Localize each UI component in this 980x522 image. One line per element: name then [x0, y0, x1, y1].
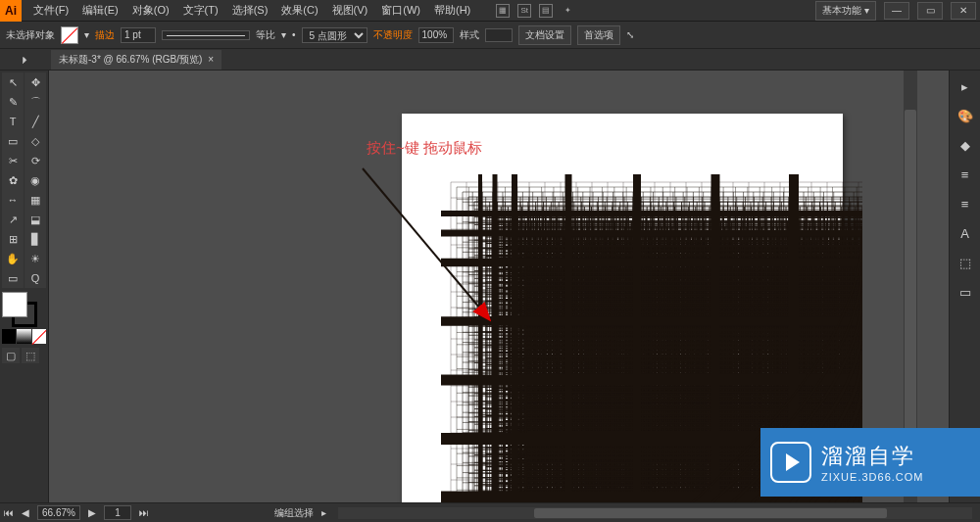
workspace-switcher[interactable]: 基本功能 ▾: [815, 1, 876, 21]
menubar: Ai 文件(F) 编辑(E) 对象(O) 文字(T) 选择(S) 效果(C) 视…: [0, 0, 980, 22]
menu-object[interactable]: 对象(O): [126, 0, 175, 21]
gradient-tool[interactable]: ⬓: [24, 210, 46, 229]
toolbox: ↖✥ ✎⌒ T╱ ▭◇ ✂⟳ ✿◉ ↔▦ ↗⬓ ⊞▊ ✋☀ ▭Q ▢ ⬚: [0, 71, 49, 502]
style-swatch[interactable]: [485, 28, 513, 42]
nav-next-icon[interactable]: ▶: [88, 507, 96, 518]
document-tab[interactable]: 未标题-3* @ 66.67% (RGB/预览) ×: [51, 50, 221, 70]
rectangle-tool[interactable]: ▭: [2, 131, 24, 151]
selection-tool[interactable]: ↖: [2, 72, 24, 92]
arrange-icon[interactable]: ▤: [539, 4, 553, 18]
screen-mode-full[interactable]: ⬚: [22, 348, 39, 363]
nav-prev-icon[interactable]: ◀: [22, 507, 29, 518]
play-icon: [786, 453, 800, 471]
tabbar-expand[interactable]: ⏵: [0, 50, 51, 70]
perspective-tool[interactable]: ▦: [24, 190, 46, 210]
menu-file[interactable]: 文件(F): [27, 0, 74, 21]
horizontal-scrollbar-thumb[interactable]: [534, 508, 887, 518]
curvature-tool[interactable]: ⌒: [24, 92, 46, 112]
color-none[interactable]: [32, 329, 46, 344]
control-bar: 未选择对象 ▾ 描边 等比 ▾ • 5 点圆形 不透明度 样式 文档设置 首选项…: [0, 22, 980, 49]
artboard-tool[interactable]: ✋: [2, 249, 24, 268]
document-tab-title: 未标题-3* @ 66.67% (RGB/预览): [59, 53, 202, 67]
chevron-down-icon[interactable]: ▾: [281, 29, 286, 40]
selection-label: 未选择对象: [6, 28, 55, 42]
annotation-arrow: [353, 159, 510, 335]
screen-mode-normal[interactable]: ▢: [2, 348, 20, 363]
uniform-label: 等比: [256, 28, 275, 42]
blend-tool[interactable]: ▊: [24, 229, 46, 249]
width-tool[interactable]: ✿: [2, 170, 24, 190]
stroke-label[interactable]: 描边: [95, 28, 115, 42]
color-black[interactable]: [2, 329, 16, 344]
nav-last-icon[interactable]: ⏭: [139, 507, 149, 518]
mesh-tool[interactable]: ↗: [2, 210, 24, 229]
zoom-tool[interactable]: Q: [24, 268, 46, 288]
menu-edit[interactable]: 编辑(E): [76, 0, 124, 21]
direct-selection-tool[interactable]: ✥: [24, 72, 46, 92]
stroke-weight-input[interactable]: [121, 27, 156, 43]
appearance-panel-icon[interactable]: ▭: [956, 282, 975, 302]
vertical-scrollbar-thumb[interactable]: [905, 110, 916, 462]
line-tool[interactable]: ╱: [24, 112, 46, 131]
shapebuilder-tool[interactable]: ◉: [24, 170, 46, 190]
document-setup-button[interactable]: 文档设置: [518, 25, 571, 45]
transparency-panel-icon[interactable]: ⬚: [956, 253, 975, 272]
free-transform-tool[interactable]: ↔: [2, 190, 24, 210]
style-label: 样式: [460, 28, 479, 42]
fill-indicator[interactable]: [2, 292, 27, 317]
hand-tool[interactable]: ▭: [2, 268, 24, 288]
app-logo: Ai: [0, 0, 22, 22]
layout-icon[interactable]: ▦: [496, 4, 510, 18]
chevron-right-icon: ▸: [321, 507, 326, 518]
artboard-index[interactable]: 1: [104, 505, 131, 520]
menu-items: 文件(F) 编辑(E) 对象(O) 文字(T) 选择(S) 效果(C) 视图(V…: [27, 0, 476, 21]
watermark-title: 溜溜自学: [821, 442, 923, 471]
menu-center-icons: ▦ St ▤ ✦: [496, 4, 574, 18]
rotate-tool[interactable]: ⟳: [24, 151, 46, 170]
selection-mode-label: 编组选择: [274, 506, 314, 520]
fill-swatch[interactable]: [61, 26, 78, 44]
nav-first-icon[interactable]: ⏮: [4, 507, 14, 518]
menu-effect[interactable]: 效果(C): [275, 0, 323, 21]
watermark-overlay: 溜溜自学 ZIXUE.3D66.COM: [760, 428, 980, 497]
status-bar: ⏮ ◀ 66.67% ▶ 1 ⏭ 编组选择 ▸: [0, 502, 980, 522]
opacity-input[interactable]: [418, 27, 454, 43]
menu-type[interactable]: 文字(T): [177, 0, 224, 21]
preferences-button[interactable]: 首选项: [577, 25, 620, 45]
shape-tool[interactable]: ◇: [24, 131, 46, 151]
window-minimize-button[interactable]: —: [884, 2, 909, 20]
window-close-button[interactable]: ✕: [951, 2, 976, 20]
sparkle-icon[interactable]: ✦: [561, 4, 574, 18]
scissors-tool[interactable]: ✂: [2, 151, 24, 170]
transform-icon[interactable]: ⤡: [626, 29, 634, 40]
character-panel-icon[interactable]: A: [956, 223, 975, 243]
st-icon[interactable]: St: [517, 4, 531, 18]
dash-profile-select[interactable]: 5 点圆形: [302, 27, 368, 43]
fill-stroke-indicator[interactable]: [2, 292, 41, 327]
menu-select[interactable]: 选择(S): [226, 0, 274, 21]
document-tabbar: ⏵ 未标题-3* @ 66.67% (RGB/预览) ×: [0, 49, 980, 71]
menu-view[interactable]: 视图(V): [326, 0, 374, 21]
color-panel-icon[interactable]: 🎨: [956, 106, 975, 125]
pen-tool[interactable]: ✎: [2, 92, 24, 112]
zoom-level[interactable]: 66.67%: [37, 505, 80, 520]
stroke-panel-icon[interactable]: ≡: [956, 165, 975, 184]
brushes-panel-icon[interactable]: ≡: [956, 194, 975, 214]
stroke-style-preview[interactable]: [162, 30, 250, 40]
swatches-panel-icon[interactable]: ◆: [956, 135, 975, 155]
close-tab-icon[interactable]: ×: [208, 54, 214, 65]
annotation-text: 按住~键 拖动鼠标: [367, 139, 482, 158]
expand-panels-icon[interactable]: ▸: [956, 76, 975, 96]
menubar-right: 基本功能 ▾ — ▭ ✕: [815, 1, 980, 21]
color-gradient[interactable]: [17, 329, 30, 344]
chevron-down-icon[interactable]: ▾: [84, 29, 89, 40]
slice-tool[interactable]: ☀: [24, 249, 46, 268]
window-restore-button[interactable]: ▭: [917, 2, 943, 20]
eyedropper-tool[interactable]: ⊞: [2, 229, 24, 249]
menu-help[interactable]: 帮助(H): [428, 0, 476, 21]
type-tool[interactable]: T: [2, 112, 24, 131]
watermark-url: ZIXUE.3D66.COM: [821, 471, 923, 483]
opacity-label[interactable]: 不透明度: [373, 28, 413, 42]
menu-window[interactable]: 窗口(W): [375, 0, 426, 21]
horizontal-scrollbar[interactable]: [338, 507, 972, 519]
